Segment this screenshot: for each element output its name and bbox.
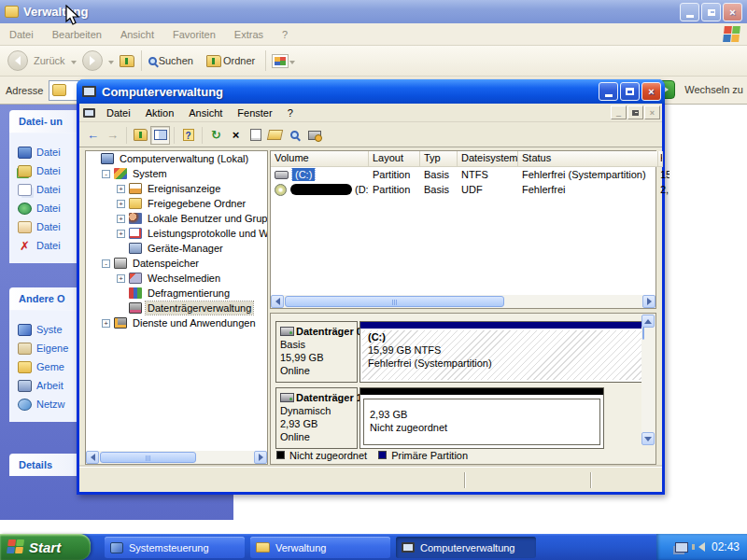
close-button[interactable]: ×	[723, 3, 742, 21]
delete-button[interactable]: ×	[226, 126, 246, 145]
defrag-icon	[129, 287, 142, 299]
folders-button-label[interactable]: Ordner	[223, 55, 255, 66]
scrollbar-thumb[interactable]	[100, 452, 196, 463]
volume-tray-icon[interactable]	[694, 542, 705, 552]
column-layout[interactable]: Layout	[369, 151, 420, 167]
column-status[interactable]: Status	[518, 151, 658, 167]
volume-row-d[interactable]: (D:) Partition Basis UDF Fehlerfrei 2,	[271, 182, 655, 197]
taskbar-button-verwaltung[interactable]: Verwaltung	[250, 537, 390, 558]
expand-icon[interactable]: +	[117, 185, 125, 193]
tree-horizontal-scrollbar[interactable]	[86, 451, 267, 464]
scroll-right-button[interactable]	[642, 295, 655, 308]
performance-logs-icon	[129, 228, 142, 239]
capacity-clipped: 15	[658, 168, 669, 181]
column-volume[interactable]: Volume	[271, 151, 369, 167]
mdi-restore-button[interactable]	[627, 105, 643, 119]
scrollbar-thumb[interactable]	[642, 327, 644, 340]
views-dropdown-icon[interactable]	[289, 61, 295, 67]
tree-item-datenspeicher[interactable]: -Datenspeicher	[86, 256, 267, 271]
up-button[interactable]	[120, 55, 134, 67]
expand-icon[interactable]: +	[102, 319, 110, 328]
volume-row-c[interactable]: (C:) Partition Basis NTFS Fehlerfrei (Sy…	[271, 167, 655, 182]
menu-aktion[interactable]: Aktion	[138, 107, 182, 119]
menu-bearbeiten[interactable]: Bearbeiten	[43, 29, 111, 40]
restore-button[interactable]	[701, 3, 721, 21]
search-icon[interactable]	[148, 57, 157, 65]
tree-item-root[interactable]: Computerverwaltung (Lokal)	[86, 151, 267, 166]
scrollbar-thumb[interactable]	[285, 296, 504, 307]
properties-button[interactable]	[246, 126, 265, 145]
column-dateisystem[interactable]: Dateisystem	[458, 151, 518, 167]
maximize-button[interactable]	[620, 82, 640, 101]
taskbar: Start Systemsteuerung Verwaltung Compute…	[0, 534, 747, 560]
disk-0-row[interactable]: Datenträger 0 Basis 15,99 GB Online (C:)…	[275, 321, 651, 383]
tree-item-datentraegerverwaltung[interactable]: Datenträgerverwaltung	[86, 301, 267, 315]
back-button-label[interactable]: Zurück	[34, 55, 65, 66]
scroll-down-button[interactable]	[641, 432, 655, 445]
collapse-icon[interactable]: -	[102, 259, 110, 268]
scroll-right-button[interactable]	[254, 451, 267, 464]
menu-fenster[interactable]: Fenster	[230, 107, 279, 119]
up-one-level-button[interactable]	[131, 126, 150, 145]
scroll-up-button[interactable]	[641, 315, 655, 328]
forward-dropdown-icon[interactable]	[108, 61, 114, 67]
scroll-left-button[interactable]	[271, 295, 284, 308]
views-icon[interactable]	[273, 55, 288, 67]
column-kapazitaet[interactable]: K	[658, 151, 663, 167]
back-dropdown-icon[interactable]	[71, 61, 77, 67]
search-button-label[interactable]: Suchen	[159, 55, 193, 66]
expand-icon[interactable]: +	[117, 274, 125, 283]
menu-datei[interactable]: Datei	[0, 29, 43, 40]
forward-button[interactable]	[82, 50, 103, 71]
mdi-minimize-button[interactable]: _	[611, 105, 627, 119]
start-button[interactable]: Start	[0, 534, 91, 560]
tree-item-wechselmedien[interactable]: +Wechselmedien	[86, 271, 267, 286]
help-button[interactable]: ?	[178, 126, 198, 145]
back-button[interactable]	[7, 50, 28, 71]
expand-icon[interactable]: +	[117, 230, 125, 238]
manage-disk-button[interactable]	[304, 126, 324, 145]
volume-list-horizontal-scrollbar[interactable]	[271, 295, 655, 308]
show-hide-console-tree-button[interactable]	[150, 126, 170, 145]
menu-datei[interactable]: Datei	[99, 107, 138, 119]
taskbar-button-systemsteuerung[interactable]: Systemsteuerung	[105, 537, 245, 558]
menu-help[interactable]: ?	[273, 29, 297, 40]
network-tray-icon[interactable]	[675, 542, 688, 553]
find-button[interactable]	[285, 126, 304, 145]
menu-extras[interactable]: Extras	[225, 29, 273, 40]
refresh-button[interactable]: ↻	[206, 126, 226, 145]
expand-icon[interactable]: +	[117, 200, 125, 208]
tree-item-lokale-benutzer[interactable]: +Lokale Benutzer und Gruppen	[86, 211, 267, 226]
close-button[interactable]: ×	[641, 82, 661, 101]
tree-item-ereignisanzeige[interactable]: +Ereignisanzeige	[86, 181, 267, 196]
taskbar-button-computerverwaltung[interactable]: Computerverwaltung	[396, 537, 536, 558]
menu-favoriten[interactable]: Favoriten	[163, 29, 225, 40]
menu-ansicht[interactable]: Ansicht	[111, 29, 163, 40]
go-label[interactable]: Wechseln zu	[684, 84, 743, 95]
folders-icon[interactable]	[206, 55, 221, 67]
disk-1-row[interactable]: Datenträger 1 Dynamisch 2,93 GB Online 2…	[275, 387, 604, 449]
tree-item-defragmentierung[interactable]: Defragmentierung	[86, 286, 267, 301]
column-typ[interactable]: Typ	[420, 151, 458, 167]
open-button[interactable]	[265, 126, 285, 145]
tree-item-dienste[interactable]: +Dienste und Anwendungen	[86, 315, 267, 330]
unallocated-bar[interactable]: 2,93 GB Nicht zugeordnet	[359, 387, 604, 449]
scroll-left-button[interactable]	[86, 451, 99, 464]
mdi-close-button[interactable]: ×	[644, 105, 660, 119]
tree-item-system[interactable]: -System	[86, 166, 267, 181]
back-button[interactable]: ←	[83, 126, 103, 145]
tree-item-geraete-manager[interactable]: Geräte-Manager	[86, 241, 267, 256]
partition-c-bar[interactable]: (C:) 15,99 GB NTFS Fehlerfrei (Systempar…	[359, 321, 651, 383]
tree-item-leistungsprotokolle[interactable]: +Leistungsprotokolle und Warnu	[86, 226, 267, 241]
menu-help[interactable]: ?	[280, 107, 301, 119]
unallocated-area: 2,93 GB Nicht zugeordnet	[363, 399, 600, 445]
menu-ansicht[interactable]: Ansicht	[181, 107, 230, 119]
tree-item-freigegebene-ordner[interactable]: +Freigegebene Ordner	[86, 196, 267, 211]
expand-icon[interactable]: +	[117, 215, 125, 223]
minimize-button[interactable]	[680, 3, 699, 21]
collapse-icon[interactable]: -	[102, 170, 110, 178]
minimize-button[interactable]	[599, 82, 618, 101]
forward-button[interactable]: →	[103, 126, 122, 145]
disk-graphical-view: Datenträger 0 Basis 15,99 GB Online (C:)…	[270, 313, 656, 465]
disk-view-vertical-scrollbar[interactable]	[641, 315, 655, 445]
